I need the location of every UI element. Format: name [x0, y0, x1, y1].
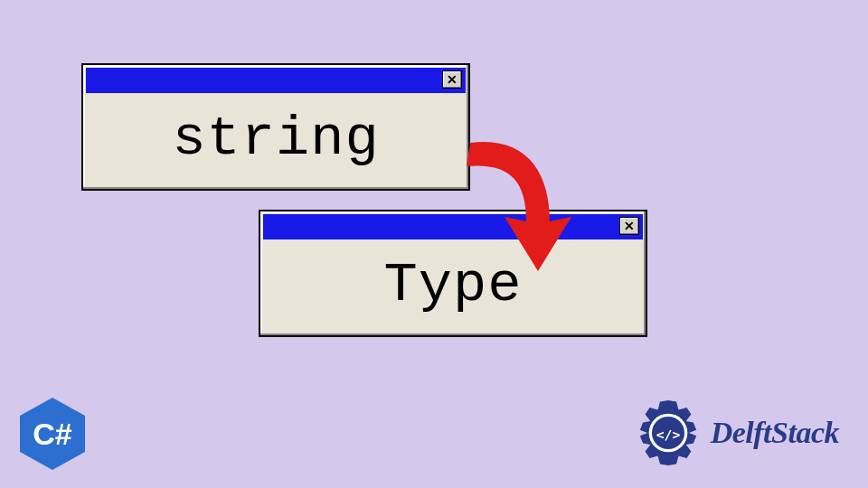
csharp-label: C# — [33, 417, 72, 451]
close-button-1[interactable]: ✕ — [442, 70, 462, 89]
brand-logo: </> DelftStack — [631, 396, 839, 470]
window-content-2: Type — [260, 242, 646, 335]
close-icon: ✕ — [447, 73, 458, 86]
window-string: ✕ string — [81, 63, 470, 191]
close-button-2[interactable]: ✕ — [619, 217, 639, 235]
csharp-badge-icon: C# — [20, 398, 85, 470]
gear-icon: </> — [631, 396, 705, 470]
brand-name: DelftStack — [711, 416, 839, 450]
window-type: ✕ Type — [259, 210, 647, 337]
titlebar-2: ✕ — [263, 214, 643, 239]
window-content-1: string — [83, 96, 468, 189]
brand-code-icon: </> — [656, 427, 680, 442]
close-icon: ✕ — [624, 220, 635, 232]
titlebar-1: ✕ — [86, 68, 466, 93]
